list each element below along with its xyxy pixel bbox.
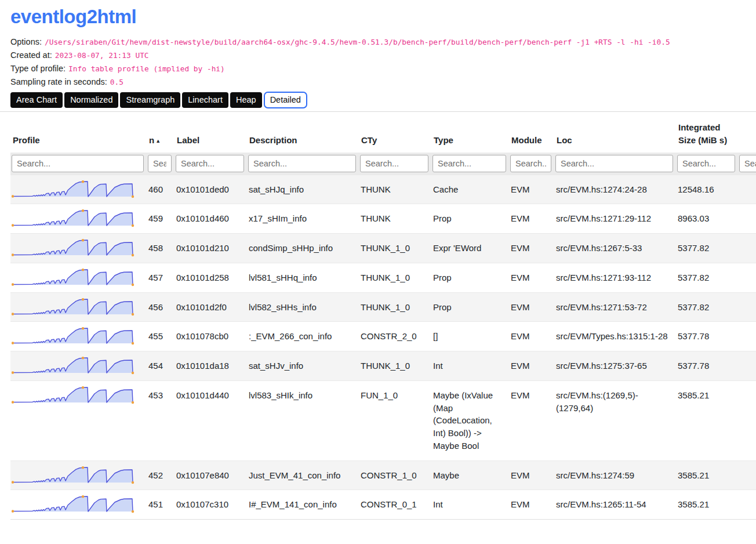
search-cell-description <box>247 153 359 175</box>
cell-size: 5377.82 <box>676 292 738 322</box>
cell-description: lvl583_sHIk_info <box>247 380 359 460</box>
col-header-size[interactable]: Integrated Size (MiB s) <box>676 119 738 153</box>
cell-loc: src/EVM.hs:1274:24-28 <box>554 175 676 204</box>
cell-module: EVM <box>509 292 554 322</box>
view-tabs: Area ChartNormalizedStreamgraphLinechart… <box>10 92 756 108</box>
table-row: 4600x10101ded0sat_sHJq_infoTHUNKCacheEVM… <box>10 175 756 204</box>
meta-options-value: /Users/siraben/Git/hevm/dist-newstyle/bu… <box>45 38 670 46</box>
search-cell-cty <box>359 153 431 175</box>
search-input-module[interactable] <box>510 155 551 172</box>
cell-loc: src/EVM.hs:1267:5-33 <box>554 234 676 263</box>
cell-description: I#_EVM_141_con_info <box>247 490 359 520</box>
search-cell-profile <box>10 153 147 175</box>
cell-description: Just_EVM_41_con_info <box>247 460 359 490</box>
cell-label: 0x10101da18 <box>175 351 247 381</box>
search-input-label[interactable] <box>176 155 244 172</box>
meta-sampling-rate-label: Sampling rate in seconds: <box>10 77 107 86</box>
cell-n: 452 <box>147 460 175 490</box>
cell-module: EVM <box>509 490 554 520</box>
tab-heap[interactable]: Heap <box>230 92 262 108</box>
col-header-cty[interactable]: CTy <box>359 119 431 153</box>
tab-area-chart[interactable]: Area Chart <box>10 92 63 108</box>
tab-detailed[interactable]: Detailed <box>264 92 307 108</box>
col-header-label: Module <box>511 135 542 145</box>
cell-size: 12548.16 <box>676 175 738 204</box>
cell-type: Maybe <box>431 460 509 490</box>
cell-type: Maybe (IxValue (Map (CodeLocation, Int) … <box>431 380 509 460</box>
search-input-description[interactable] <box>248 155 356 172</box>
table-row: 4530x10101d440lvl583_sHIk_infoFUN_1_0May… <box>10 380 756 460</box>
col-header-loc[interactable]: Loc <box>554 119 676 153</box>
profile-sparkline <box>10 234 147 263</box>
meta-created-at: Created at:2023-08-07, 21:13 UTC <box>10 50 756 60</box>
cell-cty: CONSTR_0_1 <box>359 490 431 520</box>
col-header-type[interactable]: Type <box>431 119 509 153</box>
cell-cty: THUNK <box>359 175 431 204</box>
search-input-profile[interactable] <box>12 155 144 172</box>
table-row: 4570x10101d258lvl581_sHHq_infoTHUNK_1_0P… <box>10 263 756 292</box>
cell-cty: CONSTR_1_0 <box>359 460 431 490</box>
meta-options: Options:/Users/siraben/Git/hevm/dist-new… <box>10 37 756 46</box>
search-cell-label <box>175 153 247 175</box>
table-row: 4540x10101da18sat_sHJv_infoTHUNK_1_0IntE… <box>10 351 756 381</box>
col-header-n[interactable]: n▲ <box>147 119 175 153</box>
tab-streamgraph[interactable]: Streamgraph <box>120 92 180 108</box>
meta-options-label: Options: <box>10 37 42 46</box>
table-row: 4520x10107e840Just_EVM_41_con_infoCONSTR… <box>10 460 756 490</box>
cell-extra <box>738 460 756 490</box>
tab-linechart[interactable]: Linechart <box>182 92 228 108</box>
search-cell-type <box>431 153 509 175</box>
profile-sparkline <box>10 322 147 351</box>
search-input-type[interactable] <box>432 155 506 172</box>
col-header-label[interactable]: Label <box>175 119 247 153</box>
cell-type: Int <box>431 490 509 520</box>
cell-size: 3585.21 <box>676 490 738 520</box>
profile-sparkline <box>10 460 147 490</box>
cell-loc: src/EVM/Types.hs:1315:1-28 <box>554 322 676 351</box>
table-body: 4600x10101ded0sat_sHJq_infoTHUNKCacheEVM… <box>10 175 756 520</box>
cell-label: 0x101078cb0 <box>175 322 247 351</box>
search-cell-n <box>147 153 175 175</box>
table-row: 4560x10101d2f0lvl582_sHHs_infoTHUNK_1_0P… <box>10 292 756 322</box>
cell-type: Cache <box>431 175 509 204</box>
col-header-profile[interactable]: Profile <box>10 119 147 153</box>
cell-cty: CONSTR_2_0 <box>359 322 431 351</box>
table-row: 4580x10101d210condSimp_sHHp_infoTHUNK_1_… <box>10 234 756 263</box>
search-input-n[interactable] <box>148 155 172 172</box>
cell-extra <box>738 380 756 460</box>
cell-description: sat_sHJq_info <box>247 175 359 204</box>
cell-n: 458 <box>147 234 175 263</box>
detailed-table-wrap: Profilen▲LabelDescriptionCTyTypeModuleLo… <box>10 119 756 520</box>
search-input-cty[interactable] <box>360 155 428 172</box>
table-head: Profilen▲LabelDescriptionCTyTypeModuleLo… <box>10 119 756 175</box>
profile-sparkline <box>10 351 147 381</box>
cell-size: 3585.21 <box>676 460 738 490</box>
col-header-module[interactable]: Module <box>509 119 554 153</box>
tab-normalized[interactable]: Normalized <box>64 92 118 108</box>
col-header-description[interactable]: Description <box>247 119 359 153</box>
cell-cty: THUNK_1_0 <box>359 263 431 292</box>
tabs-divider <box>0 111 756 112</box>
cell-cty: THUNK <box>359 204 431 234</box>
cell-label: 0x10101ded0 <box>175 175 247 204</box>
cell-cty: THUNK_1_0 <box>359 292 431 322</box>
cell-description: lvl581_sHHq_info <box>247 263 359 292</box>
cell-loc: src/EVM.hs:1265:11-54 <box>554 490 676 520</box>
page: eventlog2html Options:/Users/siraben/Git… <box>0 0 756 520</box>
cell-n: 455 <box>147 322 175 351</box>
search-input-size[interactable] <box>677 155 735 172</box>
cell-label: 0x10101d258 <box>175 263 247 292</box>
search-cell-extra <box>738 153 756 175</box>
col-header-extra[interactable] <box>738 119 756 153</box>
search-input-extra[interactable] <box>739 155 756 172</box>
cell-extra <box>738 175 756 204</box>
cell-loc: src/EVM.hs:1271:53-72 <box>554 292 676 322</box>
search-input-loc[interactable] <box>555 155 673 172</box>
profile-sparkline <box>10 175 147 204</box>
cell-label: 0x10107c310 <box>175 490 247 520</box>
cell-cty: FUN_1_0 <box>359 380 431 460</box>
cell-n: 454 <box>147 351 175 381</box>
cell-module: EVM <box>509 322 554 351</box>
search-cell-module <box>509 153 554 175</box>
cell-n: 453 <box>147 380 175 460</box>
